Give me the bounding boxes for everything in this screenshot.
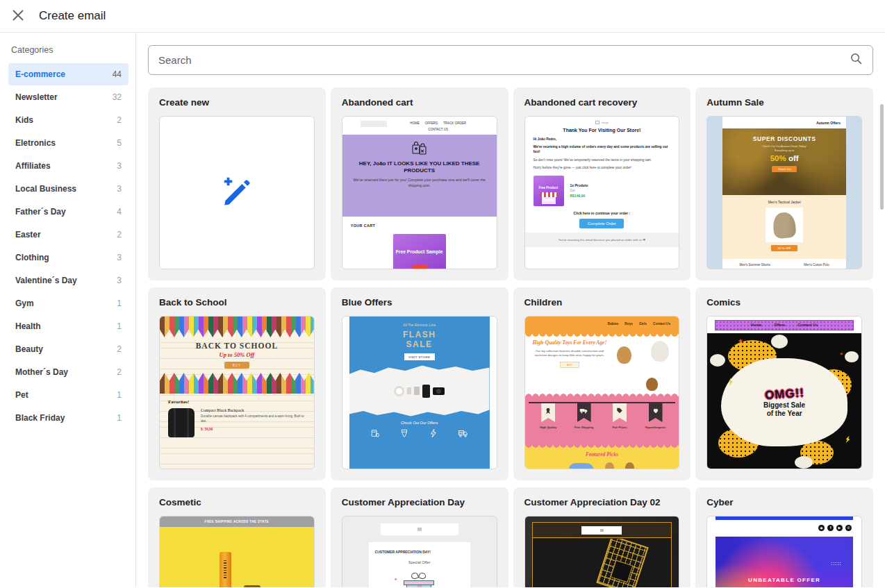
categories-sidebar: Categories E-commerce44 Newsletter32 Kid… (0, 33, 136, 587)
search-input[interactable] (158, 54, 850, 66)
features-band: High Quality Free Shipping Fair Prices H… (525, 397, 679, 444)
quality-medal-icon (541, 403, 555, 422)
card-title: Cosmetic (159, 497, 315, 507)
sidebar-item-beauty[interactable]: Beauty2 (8, 338, 129, 360)
email-nav: Home Offers Contact Us (715, 320, 854, 330)
back-to-school-preview: BACK TO SCHOOL Up to 50% Off BUY Favorit… (159, 316, 315, 469)
hero-title: UNBEATABLE OFFER (716, 577, 853, 583)
card-title: Cyber (706, 497, 862, 507)
product-name: Compact Black Backpack (201, 408, 306, 412)
sidebar-item-health[interactable]: Health1 (8, 315, 129, 337)
greeting: Hi João Pedro, (534, 137, 671, 142)
hero-section: SUPER DISCOUNTS Check Out Our Autumn Dea… (722, 128, 846, 195)
create-new-preview (159, 116, 315, 269)
gift-lid-shape (404, 580, 434, 585)
electronics-photo (349, 364, 490, 417)
teddy-bears-photo (611, 339, 672, 394)
template-card-create-new[interactable]: Create new (148, 87, 326, 280)
template-card-abandoned-cart[interactable]: Abandoned cart HOMEOFFERSTRACK ORDER CON… (331, 87, 508, 280)
price: R$149,90 (570, 194, 588, 198)
lightning-icon (429, 428, 438, 441)
template-card-customer-appreciation-day-02[interactable]: Customer Appreciation Day 02 (513, 487, 691, 587)
template-card-abandoned-cart-recovery[interactable]: Abandoned cart recovery Image Thank You … (513, 87, 691, 280)
hero-heading: HEY, João IT LOOKS LIKE YOU LIKED THESE … (351, 160, 488, 175)
svg-text:FREE: FREE (460, 432, 465, 435)
product-tile: Free Product Sample (393, 234, 446, 269)
card-title: Customer Appreciation Day 02 (524, 497, 680, 507)
card-title: Blue Offers (342, 297, 497, 308)
image-placeholder (381, 523, 458, 535)
search-icon[interactable] (850, 52, 863, 68)
email-body: Autumn Offers SUPER DISCOUNTS Check Out … (722, 117, 846, 269)
icon-row: FREE (349, 425, 490, 446)
sidebar-item-kids[interactable]: Kids2 (8, 109, 129, 131)
sparkle-icon: ✦ (394, 577, 398, 582)
brand-label: Autumn Offers (722, 117, 846, 128)
template-card-children[interactable]: Children Babies Boys Girls Contact Us Hi… (513, 287, 691, 480)
email-nav: HOMEOFFERSTRACK ORDER CONTACT US (342, 117, 497, 135)
headphones-shape (394, 386, 404, 396)
sidebar-item-clothing[interactable]: Clothing3 (8, 246, 129, 269)
sidebar-item-black-friday[interactable]: Black Friday1 (8, 407, 129, 429)
template-card-back-to-school[interactable]: Back to School BACK TO SCHOOL Up to 50% … (148, 287, 326, 480)
close-button[interactable] (6, 3, 31, 28)
header-bar (533, 523, 672, 538)
image-icon (417, 528, 422, 531)
free-delivery-truck-icon: FREE (458, 428, 468, 441)
card-title: Autumn Sale (706, 97, 862, 108)
buy-button: BUY (224, 362, 249, 369)
discount-text: 50% off (722, 154, 846, 162)
email-body: All The Eletronic Line FLASH SALE VISIT … (349, 317, 490, 469)
sidebar-item-pet[interactable]: Pet1 (8, 384, 129, 406)
dots-decoration (831, 562, 842, 566)
teddy-bear-shape (617, 346, 631, 364)
storefront-awning-shape (540, 192, 558, 197)
template-card-customer-appreciation-day[interactable]: Customer Appreciation Day CUSTOMER APPRE… (331, 487, 508, 587)
sidebar-item-affiliates[interactable]: Affiliates3 (8, 155, 129, 177)
product-photo (160, 527, 314, 587)
burst-text: OMG!! (764, 386, 804, 403)
sidebar-item-easter[interactable]: Easter2 (8, 224, 129, 246)
sidebar-item-newsletter[interactable]: Newsletter32 (8, 86, 129, 108)
template-card-cyber[interactable]: Cyber ◉ f ▶ ✆ UNBEATABLE OFFER (695, 487, 873, 587)
cosmetic-preview: FREE SHIPPING ACROSS THE STATE (159, 516, 315, 587)
sidebar-item-eletronics[interactable]: Eletronics5 (8, 132, 129, 154)
sidebar-item-mothers-day[interactable]: Mother´s Day2 (8, 361, 129, 383)
template-card-autumn-sale[interactable]: Autumn Sale Autumn Offers SUPER DISCOUNT… (695, 87, 873, 280)
scrollbar-thumb[interactable] (880, 104, 884, 210)
storefront-shape (542, 197, 556, 204)
jacket-shape (772, 211, 797, 239)
featured-heading: Featured Picks (525, 451, 679, 457)
backpack-image (168, 408, 195, 437)
template-card-comics[interactable]: Comics Home Offers Contact Us (695, 287, 873, 480)
sidebar-item-ecommerce[interactable]: E-commerce44 (8, 63, 129, 85)
subtitle: Special Offer (375, 560, 464, 564)
template-card-blue-offers[interactable]: Blue Offers All The Eletronic Line FLASH… (331, 287, 508, 480)
teddy-bear-shape (605, 462, 614, 469)
sidebar-item-valentines-day[interactable]: Valentine´s Day3 (8, 269, 129, 292)
teddy-bear-shape (625, 462, 634, 469)
sidebar-item-local-business[interactable]: Local Business3 (8, 178, 129, 200)
card-title: Abandoned cart recovery (524, 97, 680, 108)
product-section: Men's Tactical Jacket 50 % OFF (722, 195, 846, 259)
gadget-shape (414, 387, 420, 395)
featured-section: Featured Picks (525, 448, 679, 469)
teddy-bear-shape (651, 341, 669, 362)
sidebar-item-gym[interactable]: Gym1 (8, 292, 129, 314)
pencils-border (160, 373, 314, 394)
gradient-hero: UNBEATABLE OFFER ON ELECTRONICS Explore … (716, 537, 853, 587)
buy-button: BUY (560, 362, 579, 368)
favorites-heading: Favorites! (168, 399, 314, 405)
facebook-icon: f (827, 525, 834, 531)
hero-section: HEY, João IT LOOKS LIKE YOU LIKED THESE … (342, 135, 497, 217)
product-row: Free Product Sample 1x Produto Cor R$149… (534, 176, 671, 206)
complete-order-button: Complete Order (579, 219, 624, 228)
bow-shape (410, 572, 418, 580)
card-title: Customer Appreciation Day (342, 497, 497, 507)
checkout-button: Check Out (772, 166, 797, 172)
sidebar-item-fathers-day[interactable]: Father´s Day4 (8, 201, 129, 223)
cart-label: YOUR CART (351, 224, 488, 228)
logo-placeholder (361, 121, 387, 127)
template-card-cosmetic[interactable]: Cosmetic FREE SHIPPING ACROSS THE STATE (148, 487, 326, 587)
buy-button-shape (412, 265, 427, 269)
